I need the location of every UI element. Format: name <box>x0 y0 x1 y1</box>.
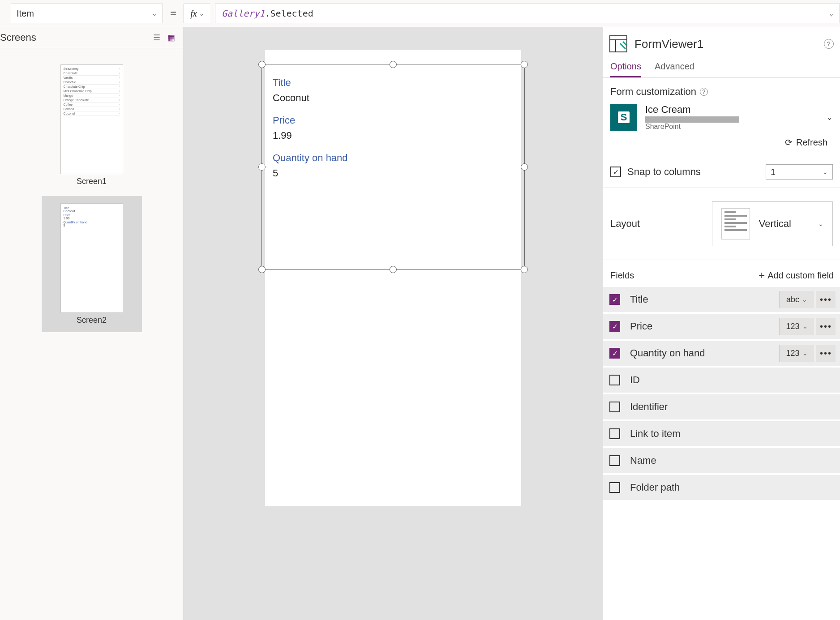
resize-handle[interactable] <box>258 163 266 171</box>
field-value: 1.99 <box>273 130 514 141</box>
field-name: Title <box>622 294 777 305</box>
resize-handle[interactable] <box>521 61 528 68</box>
datasource-name: Ice Cream <box>645 104 818 115</box>
field-checkbox[interactable] <box>609 348 620 359</box>
form-icon <box>609 35 627 52</box>
refresh-icon: ⟳ <box>785 137 793 148</box>
field-type-select[interactable]: 123⌄ <box>779 318 814 335</box>
field-type-select[interactable]: abc⌄ <box>779 291 814 308</box>
field-value: 5 <box>273 167 514 179</box>
redacted-account <box>645 116 739 123</box>
fields-title: Fields <box>610 270 634 281</box>
field-label: Price <box>273 115 514 126</box>
plus-icon: + <box>759 269 765 282</box>
tab-options[interactable]: Options <box>610 61 641 77</box>
field-name: Identifier <box>622 401 836 413</box>
chevron-down-icon: ⌄ <box>199 10 204 17</box>
field-label: Title <box>273 77 514 89</box>
properties-panel: FormViewer1 ? Options Advanced Form cust… <box>603 27 840 620</box>
fx-button[interactable]: fx ⌄ <box>184 4 210 23</box>
layout-label: Layout <box>610 218 640 230</box>
columns-select[interactable]: 1 ⌄ <box>766 164 833 180</box>
field-name: ID <box>622 374 836 386</box>
field-row[interactable]: Titleabc⌄••• <box>603 287 840 312</box>
help-icon[interactable]: ? <box>700 88 708 96</box>
field-checkbox[interactable] <box>609 428 620 439</box>
form-selection[interactable]: TitleCoconutPrice1.99Quantity on hand5 <box>261 64 525 270</box>
field-more-icon[interactable]: ••• <box>816 291 836 308</box>
app-screen[interactable]: TitleCoconutPrice1.99Quantity on hand5 <box>265 50 521 506</box>
section-title: Form customization <box>610 86 696 98</box>
layout-thumb-icon <box>721 208 750 239</box>
snap-label: Snap to columns <box>627 166 701 178</box>
formula-bar: Item ⌄ = fx ⌄ Gallery1.Selected ⌄ <box>0 0 840 27</box>
field-row[interactable]: ID <box>603 368 840 393</box>
help-icon[interactable]: ? <box>824 39 834 49</box>
property-selector[interactable]: Item ⌄ <box>11 4 163 23</box>
thumbnail-view-icon[interactable]: ▦ <box>167 33 175 43</box>
resize-handle[interactable] <box>390 61 397 68</box>
resize-handle[interactable] <box>258 266 266 273</box>
field-checkbox[interactable] <box>609 482 620 493</box>
resize-handle[interactable] <box>521 163 528 171</box>
field-row[interactable]: Quantity on hand123⌄••• <box>603 341 840 366</box>
refresh-button[interactable]: ⟳ Refresh <box>610 131 833 148</box>
equals-sign: = <box>167 4 179 23</box>
screen-thumbnail[interactable]: TitleCoconutPrice1.99Quantity on hand5 S… <box>42 196 142 332</box>
field-checkbox[interactable] <box>609 375 620 385</box>
formula-identifier: Gallery1 <box>222 8 265 19</box>
tree-view-icon[interactable]: ☰ <box>153 33 160 43</box>
field-label: Quantity on hand <box>273 152 514 164</box>
fx-icon: fx <box>190 9 197 19</box>
resize-handle[interactable] <box>390 266 397 273</box>
field-row[interactable]: Folder path <box>603 475 840 500</box>
sharepoint-icon: S <box>610 104 637 131</box>
field-row[interactable]: Name <box>603 448 840 473</box>
field-name: Price <box>622 321 777 332</box>
field-checkbox[interactable] <box>609 402 620 412</box>
chevron-down-icon: ⌄ <box>818 220 823 227</box>
field-name: Quantity on hand <box>622 347 777 359</box>
field-row[interactable]: Link to item <box>603 421 840 446</box>
chevron-down-icon: ⌄ <box>152 10 157 17</box>
screen-thumbnail[interactable]: Strawberry›Chocolate›Vanilla›Pistachio›C… <box>42 57 142 193</box>
chevron-down-icon: ⌄ <box>830 10 833 17</box>
datasource-selector[interactable]: S Ice Cream SharePoint ⌄ <box>610 104 833 131</box>
field-checkbox[interactable] <box>609 294 620 305</box>
field-type-select[interactable]: 123⌄ <box>779 345 814 362</box>
snap-checkbox[interactable] <box>610 167 621 177</box>
field-name: Folder path <box>622 482 836 493</box>
screen-name: Screen1 <box>60 177 123 186</box>
control-name: FormViewer1 <box>634 37 817 51</box>
canvas: TitleCoconutPrice1.99Quantity on hand5 <box>184 27 603 620</box>
datasource-type: SharePoint <box>645 123 818 131</box>
field-row[interactable]: Price123⌄••• <box>603 314 840 339</box>
screen-name: Screen2 <box>60 316 123 325</box>
screens-panel: Screens ☰ ▦ Strawberry›Chocolate›Vanilla… <box>0 27 184 620</box>
field-checkbox[interactable] <box>609 321 620 332</box>
resize-handle[interactable] <box>521 266 528 273</box>
formula-suffix: .Selected <box>265 8 313 19</box>
field-more-icon[interactable]: ••• <box>816 345 836 362</box>
field-checkbox[interactable] <box>609 455 620 466</box>
chevron-down-icon: ⌄ <box>823 168 828 175</box>
field-row[interactable]: Identifier <box>603 394 840 419</box>
layout-selector[interactable]: Vertical ⌄ <box>712 201 833 246</box>
add-custom-field-button[interactable]: + Add custom field <box>759 269 834 282</box>
field-more-icon[interactable]: ••• <box>816 318 836 335</box>
screens-title: Screens <box>0 32 36 43</box>
field-name: Name <box>622 455 836 466</box>
formula-input[interactable]: Gallery1.Selected ⌄ <box>215 4 840 23</box>
tab-advanced[interactable]: Advanced <box>655 61 694 77</box>
field-value: Coconut <box>273 92 514 104</box>
property-name: Item <box>17 9 34 19</box>
field-name: Link to item <box>622 428 836 440</box>
resize-handle[interactable] <box>258 61 266 68</box>
chevron-down-icon: ⌄ <box>826 112 833 122</box>
